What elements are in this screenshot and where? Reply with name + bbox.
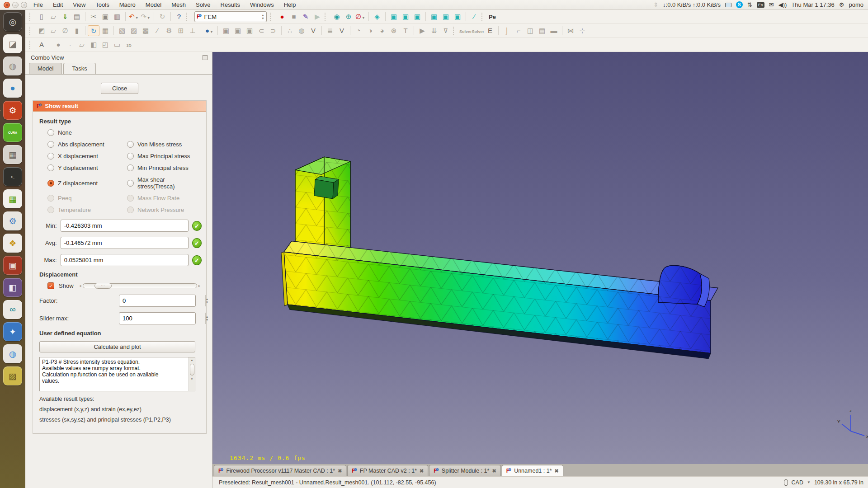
whats-this-icon[interactable]: ? bbox=[173, 11, 185, 22]
bent-beam-icon[interactable]: ⌐ bbox=[513, 25, 524, 36]
radio-x-displacement[interactable]: X displacement bbox=[47, 153, 127, 160]
mail-icon[interactable]: ✉ bbox=[769, 1, 774, 8]
doc-tab-fp-master[interactable]: F⚙ FP Master CAD v2 : 1* ✖ bbox=[347, 465, 428, 476]
window-minimize-icon[interactable]: − bbox=[12, 2, 19, 8]
point-primitive-icon[interactable]: ∙ bbox=[64, 39, 76, 50]
network-monitor-icon[interactable] bbox=[725, 3, 731, 7]
tab-model[interactable]: Model bbox=[29, 63, 62, 74]
equation-scrollbar[interactable]: ▲ ▼ bbox=[189, 357, 195, 391]
launcher-terminal[interactable]: >_ bbox=[3, 167, 22, 186]
fem-vonmises-icon[interactable]: V bbox=[307, 25, 319, 36]
face-primitive-icon[interactable]: ▱ bbox=[76, 39, 88, 50]
window-close-icon[interactable]: × bbox=[4, 2, 10, 8]
doc-tab-unnamed1[interactable]: F⚙ Unnamed1 : 1* ✖ bbox=[502, 465, 563, 476]
radio-none[interactable]: None bbox=[47, 129, 127, 136]
fem-result-a-icon[interactable]: ◔ bbox=[353, 25, 364, 36]
radio-max-shear[interactable]: Max shear stress(Tresca) bbox=[127, 176, 202, 190]
menu-results[interactable]: Results bbox=[221, 1, 240, 8]
thermometer-icon[interactable]: ⌡ bbox=[501, 25, 513, 36]
launcher-settings-tool[interactable]: ⚙ bbox=[3, 211, 22, 230]
slider-left-arrow-icon[interactable]: ◂ bbox=[78, 284, 83, 288]
macro-play-icon[interactable]: ▶ bbox=[311, 11, 323, 22]
solver-2-icon[interactable]: Solver bbox=[472, 25, 485, 36]
fem-beam-section-icon[interactable]: ∕ bbox=[151, 25, 163, 36]
extra-a-icon[interactable]: ⋈ bbox=[565, 25, 576, 36]
scroll-thumb[interactable] bbox=[190, 364, 194, 375]
new-file-icon[interactable]: ▯ bbox=[36, 11, 47, 22]
radio-abs-displacement[interactable]: Abs displacement bbox=[47, 141, 127, 148]
scroll-up-icon[interactable]: ▲ bbox=[191, 357, 193, 363]
slider-max-value-input[interactable] bbox=[119, 313, 205, 324]
view-rear-icon[interactable]: ▣ bbox=[428, 11, 440, 22]
radio-von-mises[interactable]: Von Mises stress bbox=[127, 141, 202, 148]
menu-file[interactable]: File bbox=[33, 1, 43, 8]
session-label[interactable]: pomo bbox=[849, 1, 863, 8]
panel-float-icon[interactable] bbox=[203, 55, 208, 60]
fem-pipe-b-icon[interactable]: ⊃ bbox=[267, 25, 279, 36]
extra-b-icon[interactable]: ⊹ bbox=[576, 25, 588, 36]
fem-pipeline-icon[interactable]: ▶ bbox=[416, 25, 428, 36]
keyboard-layout-indicator[interactable]: En bbox=[757, 2, 764, 8]
mesh-clip-icon[interactable]: ◫ bbox=[524, 25, 536, 36]
paste-icon[interactable]: ▥ bbox=[111, 11, 123, 22]
fem-fixed-icon[interactable]: ⊥ bbox=[187, 25, 198, 36]
launcher-dash-home[interactable]: ◎ bbox=[3, 12, 22, 31]
launcher-cura[interactable]: CURA bbox=[3, 123, 22, 142]
radio-max-principal[interactable]: Max Principal stress bbox=[127, 153, 202, 160]
fem-mesh-cube-c-icon[interactable]: ▣ bbox=[244, 25, 255, 36]
box-stack-icon[interactable]: ◰ bbox=[99, 39, 111, 50]
fem-mesh-box-3-icon[interactable]: ▩ bbox=[140, 25, 151, 36]
nav-style-selector[interactable]: CAD bbox=[792, 479, 803, 486]
3d-viewport[interactable]: z Y x 1634.2 ms / 0.6 fps bbox=[212, 52, 868, 464]
menu-model[interactable]: Model bbox=[146, 1, 161, 8]
scroll-down-icon[interactable]: ▼ bbox=[191, 376, 193, 382]
sync-arrows-icon[interactable]: ⇅ bbox=[747, 1, 752, 8]
tab-close-icon[interactable]: ✖ bbox=[420, 468, 424, 474]
fem-mesh-cube-a-icon[interactable]: ▣ bbox=[220, 25, 232, 36]
measure-icon[interactable]: ∕ bbox=[468, 11, 480, 22]
undo-icon[interactable]: ↶▼ bbox=[128, 11, 140, 22]
factor-spinbox[interactable]: ▲▼ bbox=[119, 295, 196, 307]
launcher-browser[interactable]: ● bbox=[3, 79, 22, 98]
tab-close-icon[interactable]: ✖ bbox=[555, 468, 559, 474]
cut-icon[interactable]: ✂ bbox=[88, 11, 99, 22]
launcher-calculator[interactable]: ▦ bbox=[3, 145, 22, 164]
displacement-slider[interactable]: ◂ ⋯ ▸ bbox=[78, 282, 202, 289]
fem-refresh-active-icon[interactable]: ↻ bbox=[88, 25, 99, 36]
fem-equation-icon[interactable]: ≣ bbox=[324, 25, 336, 36]
zoom-in-icon[interactable]: ⊕ bbox=[343, 11, 354, 22]
fem-sphere-icon[interactable]: ●▼ bbox=[203, 25, 215, 36]
launcher-misc-tool[interactable]: ▨ bbox=[3, 366, 22, 385]
fem-pipe-a-icon[interactable]: ⊂ bbox=[255, 25, 267, 36]
fem-constraint-icon[interactable]: ⊞ bbox=[175, 25, 187, 36]
sphere-primitive-icon[interactable]: ● bbox=[52, 39, 64, 50]
launcher-freecad[interactable]: ⚙ bbox=[3, 101, 22, 120]
macro-record-icon[interactable]: ● bbox=[276, 11, 288, 22]
clipping-icon[interactable]: ∅▼ bbox=[354, 11, 366, 22]
fem-gear-mesh-icon[interactable]: ⚙ bbox=[163, 25, 175, 36]
fem-mesh-box-2-icon[interactable]: ▨ bbox=[128, 25, 140, 36]
view-front-icon[interactable]: ▣ bbox=[388, 11, 400, 22]
book-icon[interactable]: ▤ bbox=[536, 25, 548, 36]
fem-v2-icon[interactable]: V bbox=[336, 25, 348, 36]
nav-style-caret-icon[interactable]: ▼ bbox=[807, 480, 811, 484]
menu-macro[interactable]: Macro bbox=[119, 1, 136, 8]
fem-mesh-region-icon[interactable]: ◍ bbox=[296, 25, 307, 36]
radio-z-displacement[interactable]: Z displacement bbox=[47, 176, 127, 190]
redo-icon[interactable]: ↷▼ bbox=[140, 11, 151, 22]
text-annotation-icon[interactable]: A bbox=[36, 39, 47, 50]
view-axonometric-icon[interactable]: ◈ bbox=[371, 11, 383, 22]
clock[interactable]: Thu Mar 1 17:36 bbox=[791, 1, 834, 8]
launcher-photos[interactable]: ❖ bbox=[3, 234, 22, 253]
doc-tab-firewood-processor[interactable]: F⚙ Firewood Processor v1117 Master CAD :… bbox=[214, 465, 346, 476]
launcher-spreadsheet[interactable]: ▦ bbox=[3, 189, 22, 208]
session-gear-icon[interactable]: ⚙ bbox=[839, 1, 844, 8]
fem-analysis-icon[interactable]: ◩ bbox=[36, 25, 47, 36]
menu-tools[interactable]: Tools bbox=[95, 1, 109, 8]
zoom-region-icon[interactable]: ◉ bbox=[331, 11, 343, 22]
launcher-arduino[interactable]: ∞ bbox=[3, 300, 22, 319]
fem-node-set-icon[interactable]: ∴ bbox=[284, 25, 296, 36]
view-right-icon[interactable]: ▣ bbox=[411, 11, 423, 22]
workbench-selector[interactable]: F⚙ FEM ▲▼ bbox=[194, 11, 267, 22]
tab-close-icon[interactable]: ✖ bbox=[492, 468, 496, 474]
